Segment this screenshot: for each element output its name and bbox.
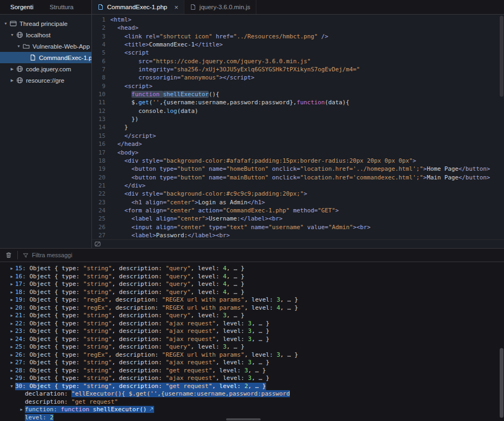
code-line: 24 <form align="center" action="CommandE… <box>92 206 504 215</box>
code-text: crossorigin="anonymous"></script> <box>110 73 255 82</box>
line-number: 23 <box>92 198 110 206</box>
code-editor[interactable]: 1<html>2 <head>3 <link rel="shortcut ico… <box>92 15 504 239</box>
tree-item-label: Vulnerable-Web-App <box>32 43 90 50</box>
code-text: <button type="button" name="mainButton" … <box>110 173 490 182</box>
expand-arrow-icon[interactable]: ▶ <box>8 289 15 297</box>
console-row[interactable]: ▶25: Object { type: "string", descriptio… <box>0 343 504 351</box>
code-text: <head> <box>110 24 138 32</box>
collapse-arrow-icon[interactable]: ▼ <box>2 22 9 25</box>
console-row[interactable]: ▶17: Object { type: "string", descriptio… <box>0 280 504 289</box>
code-line: 26 <input align="center" type="text" nam… <box>92 223 504 231</box>
globe-icon <box>16 65 23 72</box>
line-number: 10 <box>92 90 110 98</box>
tree-item-code-jquery-com[interactable]: ▶code.jquery.com <box>0 63 91 75</box>
line-number: 6 <box>92 57 110 65</box>
code-line: 16 </head> <box>92 140 504 148</box>
tree-item-localhost[interactable]: ▼localhost <box>0 29 91 41</box>
expand-arrow-icon[interactable]: ▶ <box>8 296 15 304</box>
line-number: 27 <box>92 231 110 239</box>
jump-to-definition-icon[interactable] <box>149 406 154 412</box>
expand-arrow-icon[interactable]: ▶ <box>8 265 15 273</box>
panel-tab-struttura[interactable]: Struttura <box>42 0 82 14</box>
editor-tab-commandexec-1-php[interactable]: CommandExec-1.php× <box>92 0 184 14</box>
code-text: integrity="sha256-/xUj+3OJU5yExlq6GSYGSH… <box>110 65 360 73</box>
code-text: <div style="background-color:#c9c9c9;pad… <box>110 190 307 198</box>
folder-icon <box>23 43 30 50</box>
expand-arrow-icon[interactable]: ▶ <box>8 367 15 375</box>
expand-arrow-icon[interactable]: ▶ <box>8 336 15 344</box>
tree-item-vulnerable-web-app[interactable]: ▼Vulnerable-Web-App <box>0 41 91 52</box>
close-icon[interactable]: × <box>174 4 178 11</box>
console-message: 21: Object { type: "string", description… <box>15 312 244 320</box>
expand-arrow-icon[interactable]: ▶ <box>8 328 15 336</box>
expand-arrow-icon[interactable]: ▶ <box>8 304 15 312</box>
tree-item-thread-principale[interactable]: ▼Thread principale <box>0 18 91 29</box>
panel-tab-sorgenti[interactable]: Sorgenti <box>2 0 42 14</box>
editor-tab-jquery-3-6-0-min-js[interactable]: jquery-3.6.0.min.js <box>184 0 256 14</box>
code-text: $.get('',{username:username,password:pas… <box>110 98 349 106</box>
expand-arrow-icon[interactable]: ▶ <box>9 78 16 83</box>
sources-tree: ▼Thread principale▼localhost▼Vulnerable-… <box>0 15 91 248</box>
code-line: 3 <link rel="shortcut icon" href="../Res… <box>92 32 504 41</box>
twisty-spacer <box>18 390 25 398</box>
console-row[interactable]: ▶28: Object { type: "string", descriptio… <box>0 367 504 375</box>
expand-arrow-icon[interactable]: ▶ <box>8 312 15 320</box>
console-message: 20: Object { type: "regEx", description:… <box>15 304 298 312</box>
scrollbar-thumb[interactable] <box>500 348 503 418</box>
console-vertical-scrollbar[interactable] <box>499 263 504 421</box>
console-row[interactable]: ▶21: Object { type: "string", descriptio… <box>0 312 504 320</box>
filter-funnel-icon <box>23 252 29 258</box>
code-line: 21 </div> <box>92 182 504 190</box>
expand-arrow-icon[interactable]: ▶ <box>8 280 15 289</box>
code-text: <body> <box>110 149 138 157</box>
console-message: 22: Object { type: "string", description… <box>15 320 269 328</box>
expand-arrow-icon[interactable]: ▶ <box>8 375 15 383</box>
line-number: 20 <box>92 173 110 182</box>
collapse-arrow-icon[interactable]: ▼ <box>15 44 22 48</box>
expand-arrow-icon[interactable]: ▶ <box>8 320 15 328</box>
line-number: 5 <box>92 49 110 57</box>
console-row[interactable]: ▶15: Object { type: "string", descriptio… <box>0 265 504 273</box>
console-row[interactable]: ▶27: Object { type: "string", descriptio… <box>0 359 504 367</box>
console-row[interactable]: ▶18: Object { type: "string", descriptio… <box>0 289 504 297</box>
sources-sidebar: SorgentiStruttura ▼Thread principale▼loc… <box>0 0 92 248</box>
clear-console-button[interactable] <box>5 251 12 259</box>
line-number: 14 <box>92 123 110 131</box>
expand-arrow-icon[interactable]: ▶ <box>8 359 15 367</box>
toolbar-divider <box>17 251 18 259</box>
tree-item-commandexec-1-php[interactable]: CommandExec-1.php <box>0 52 91 63</box>
console-horizontal-scrollbar[interactable] <box>226 418 261 420</box>
console-message: 24: Object { type: "string", description… <box>15 336 269 344</box>
console-property-row[interactable]: declaration: "ellExecutor(){ $.get('',{u… <box>0 390 504 398</box>
editor-scrollbar[interactable] <box>500 16 503 97</box>
expand-arrow-icon[interactable]: ▶ <box>9 67 16 71</box>
console-row[interactable]: ▶24: Object { type: "string", descriptio… <box>0 336 504 344</box>
console-filter-input[interactable]: Filtra messaggi <box>32 252 72 258</box>
console-row[interactable]: ▶19: Object { type: "regEx", description… <box>0 296 504 304</box>
console-row[interactable]: ▼30: Object { type: "string", descriptio… <box>0 383 504 391</box>
console-row[interactable]: ▶20: Object { type: "regEx", description… <box>0 304 504 312</box>
console-message: 25: Object { type: "string", description… <box>15 343 244 351</box>
console-row[interactable]: ▶26: Object { type: "regEx", description… <box>0 351 504 359</box>
ignore-source-icon[interactable] <box>94 240 101 248</box>
console-property-row[interactable]: description: "get request" <box>0 398 504 406</box>
console-row[interactable]: ▶22: Object { type: "string", descriptio… <box>0 320 504 328</box>
code-line: 25 <label align="center">Username:</labe… <box>92 215 504 223</box>
tree-item-resource-gre[interactable]: ▶resource://gre <box>0 75 91 86</box>
console-row[interactable]: ▶16: Object { type: "string", descriptio… <box>0 273 504 281</box>
line-number: 24 <box>92 206 110 215</box>
expand-arrow-icon[interactable]: ▶ <box>8 273 15 281</box>
expand-arrow-icon[interactable]: ▶ <box>8 351 15 359</box>
expand-arrow-icon[interactable]: ▶ <box>8 343 15 351</box>
expand-arrow-icon[interactable]: ▶ <box>18 406 25 414</box>
collapse-arrow-icon[interactable]: ▼ <box>9 33 16 37</box>
console-message: 26: Object { type: "regEx", description:… <box>15 351 298 359</box>
console-row[interactable]: ▶29: Object { type: "string", descriptio… <box>0 375 504 383</box>
code-line: 10 function shellExecutor(){ <box>92 90 504 98</box>
code-text: <label align="center">Username:</label><… <box>110 215 283 223</box>
console-message: 30: Object { type: "string", description… <box>15 383 266 391</box>
console-row[interactable]: ▶23: Object { type: "string", descriptio… <box>0 328 504 336</box>
line-number: 3 <box>92 32 110 41</box>
collapse-arrow-icon[interactable]: ▼ <box>8 383 15 391</box>
console-property-row[interactable]: ▶function: function shellExecutor() <box>0 406 504 414</box>
